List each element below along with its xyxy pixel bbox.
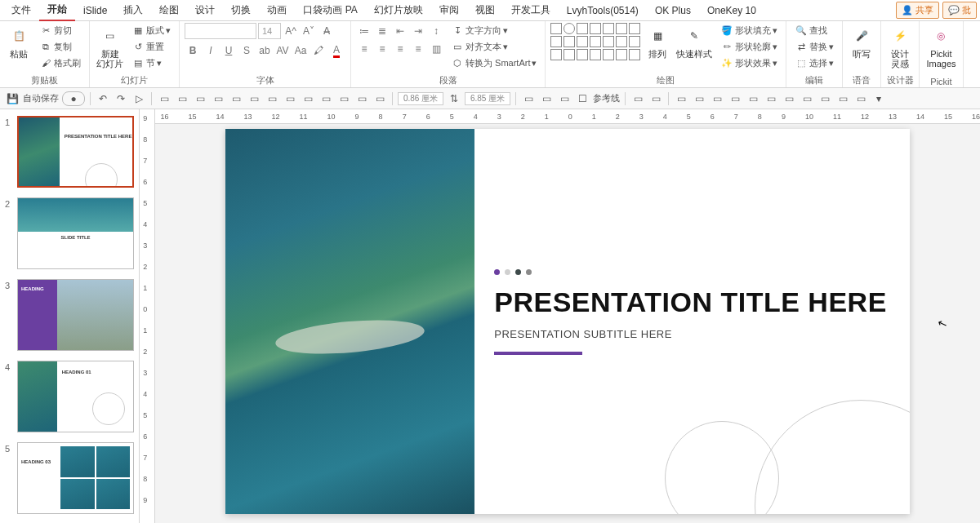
- tab-slideshow[interactable]: 幻灯片放映: [366, 0, 431, 20]
- qat-btn-4[interactable]: ▭: [211, 91, 225, 106]
- qat-btn-23[interactable]: ▭: [746, 91, 760, 106]
- qat-btn-22[interactable]: ▭: [728, 91, 742, 106]
- align-left-button[interactable]: ≡: [356, 41, 372, 57]
- tab-okplus[interactable]: OK Plus: [647, 2, 699, 20]
- qat-btn-9[interactable]: ▭: [301, 91, 315, 106]
- redo-button[interactable]: ↷: [114, 91, 128, 106]
- tab-design[interactable]: 设计: [187, 0, 223, 20]
- start-slideshow-button[interactable]: ▷: [131, 91, 146, 106]
- tab-review[interactable]: 审阅: [431, 0, 467, 20]
- qat-btn-11[interactable]: ▭: [336, 91, 351, 106]
- qat-btn-2[interactable]: ▭: [175, 91, 189, 106]
- highlight-button[interactable]: 🖍: [310, 42, 327, 59]
- tab-view[interactable]: 视图: [467, 0, 503, 20]
- clear-format-button[interactable]: A̶: [318, 23, 335, 39]
- qat-btn-14[interactable]: ▭: [521, 91, 536, 106]
- shape-outline-button[interactable]: ✏形状轮廓 ▾: [717, 39, 781, 54]
- qat-btn-13[interactable]: ▭: [372, 91, 387, 106]
- qat-btn-16[interactable]: ▭: [557, 91, 572, 106]
- tab-developer[interactable]: 开发工具: [503, 0, 559, 20]
- share-button[interactable]: 👤 共享: [896, 2, 939, 19]
- qat-btn-17[interactable]: ▭: [630, 91, 645, 106]
- qat-btn-1[interactable]: ▭: [157, 91, 172, 106]
- qat-btn-27[interactable]: ▭: [817, 91, 832, 106]
- font-size-combo[interactable]: 14: [258, 23, 281, 39]
- font-color-button[interactable]: A: [328, 42, 345, 59]
- shapes-gallery[interactable]: [550, 23, 640, 60]
- reset-button[interactable]: ↺重置: [128, 39, 174, 54]
- qat-more-button[interactable]: ▾: [871, 91, 886, 106]
- qat-btn-28[interactable]: ▭: [835, 91, 850, 106]
- qat-btn-19[interactable]: ▭: [674, 91, 688, 106]
- thumb-preview-3[interactable]: HEADING: [17, 279, 134, 351]
- paste-button[interactable]: 📋 粘贴: [5, 23, 33, 60]
- shadow-button[interactable]: ab: [256, 42, 273, 59]
- design-ideas-button[interactable]: ⚡设计 灵感: [886, 23, 914, 70]
- align-right-button[interactable]: ≡: [392, 41, 408, 57]
- thumbnail-3[interactable]: 3 HEADING: [0, 277, 139, 359]
- thumb-preview-4[interactable]: HEADING 01: [17, 361, 134, 432]
- arrange-button[interactable]: ▦排列: [644, 23, 671, 60]
- copy-button[interactable]: ⧉复制: [36, 39, 84, 54]
- slide-title[interactable]: PRESENTATION TITLE HERE: [494, 286, 893, 318]
- new-slide-button[interactable]: ▭ 新建 幻灯片: [95, 23, 125, 70]
- tab-pocket-anim[interactable]: 口袋动画 PA: [295, 0, 365, 20]
- thumbnail-1[interactable]: 1 PRESENTATION TITLE HERE: [0, 114, 139, 196]
- thumb-preview-2[interactable]: SLIDE TITLE: [17, 197, 134, 269]
- qat-btn-5[interactable]: ▭: [229, 91, 243, 106]
- dictate-button[interactable]: 🎤听写: [848, 23, 875, 60]
- qat-btn-12[interactable]: ▭: [354, 91, 369, 106]
- indent-dec-button[interactable]: ⇤: [392, 23, 408, 39]
- qat-btn-15[interactable]: ▭: [539, 91, 554, 106]
- save-button[interactable]: 💾: [5, 91, 20, 106]
- tab-lvyhtools[interactable]: LvyhTools(0514): [559, 2, 647, 20]
- columns-button[interactable]: ▥: [428, 41, 444, 57]
- guides-checkbox[interactable]: ☐: [575, 91, 590, 106]
- tab-file[interactable]: 文件: [3, 0, 39, 20]
- align-center-button[interactable]: ≡: [374, 41, 390, 57]
- undo-button[interactable]: ↶: [96, 91, 110, 106]
- cut-button[interactable]: ✂剪切: [36, 23, 84, 38]
- tab-insert[interactable]: 插入: [115, 0, 151, 20]
- underline-button[interactable]: U: [220, 42, 237, 59]
- indent-inc-button[interactable]: ⇥: [410, 23, 426, 39]
- qat-btn-10[interactable]: ▭: [318, 91, 333, 106]
- spacing-button[interactable]: AV: [274, 42, 291, 59]
- qat-btn-3[interactable]: ▭: [193, 91, 207, 106]
- tab-draw[interactable]: 绘图: [151, 0, 187, 20]
- align-text-button[interactable]: ▭对齐文本 ▾: [448, 39, 540, 54]
- tab-islide[interactable]: iSlide: [75, 2, 115, 20]
- qat-btn-18[interactable]: ▭: [648, 91, 663, 106]
- slide-canvas[interactable]: PRESENTATION TITLE HERE PRESENTATION SUB…: [225, 129, 910, 514]
- thumbnail-4[interactable]: 4 HEADING 01: [0, 359, 139, 441]
- increase-font-button[interactable]: A^: [283, 23, 299, 39]
- qat-btn-24[interactable]: ▭: [764, 91, 778, 106]
- lock-aspect-button[interactable]: ⇅: [447, 91, 461, 106]
- text-direction-button[interactable]: ↧文字方向 ▾: [448, 23, 540, 38]
- slide-thumbnails-panel[interactable]: 1 PRESENTATION TITLE HERE 2 SLIDE TITLE …: [0, 109, 140, 523]
- shape-fill-button[interactable]: 🪣形状填充 ▾: [717, 23, 781, 38]
- qat-btn-7[interactable]: ▭: [265, 91, 279, 106]
- height-measure[interactable]: 6.85 厘米: [465, 92, 510, 105]
- thumb-preview-5[interactable]: HEADING 03: [17, 442, 134, 514]
- tab-animations[interactable]: 动画: [259, 0, 295, 20]
- font-name-combo[interactable]: [185, 23, 256, 39]
- quick-styles-button[interactable]: ✎快速样式: [675, 23, 714, 60]
- bold-button[interactable]: B: [185, 42, 201, 59]
- section-button[interactable]: ▤节 ▾: [128, 55, 174, 70]
- comments-button[interactable]: 💬 批: [942, 2, 977, 19]
- decrease-font-button[interactable]: A˅: [301, 23, 317, 39]
- justify-button[interactable]: ≡: [410, 41, 426, 57]
- thumbnail-2[interactable]: 2 SLIDE TITLE: [0, 196, 139, 277]
- autosave-toggle[interactable]: ●: [62, 91, 85, 106]
- slide-canvas-area[interactable]: PRESENTATION TITLE HERE PRESENTATION SUB…: [155, 124, 980, 523]
- qat-btn-6[interactable]: ▭: [247, 91, 261, 106]
- line-spacing-button[interactable]: ↕: [428, 23, 444, 39]
- qat-btn-29[interactable]: ▭: [853, 91, 868, 106]
- find-button[interactable]: 🔍查找: [791, 23, 831, 38]
- thumb-preview-1[interactable]: PRESENTATION TITLE HERE: [17, 116, 134, 188]
- shape-effects-button[interactable]: ✨形状效果 ▾: [717, 55, 781, 70]
- replace-button[interactable]: ⇄替换 ▾: [791, 39, 837, 54]
- width-measure[interactable]: 0.86 厘米: [398, 92, 443, 105]
- case-button[interactable]: Aa: [292, 42, 309, 59]
